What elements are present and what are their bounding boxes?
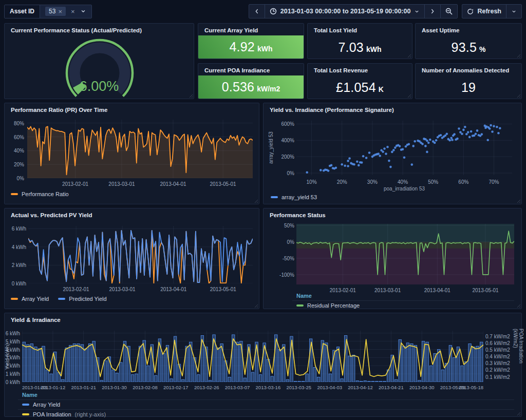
filter-chip[interactable]: 53 ×	[45, 7, 66, 16]
legend-item[interactable]: Array Yield	[11, 296, 49, 302]
axis-tick: -100%	[279, 272, 294, 277]
panel-performance-ratio: Performance Ratio (PR) Over Time 0%20%40…	[4, 103, 259, 204]
panel-anomalies-detected: Number of Anomalies Detected 19	[415, 63, 522, 99]
panel-title: Total Lost Revenue	[314, 67, 368, 73]
legend-item[interactable]: Performance Ratio	[11, 191, 69, 197]
axis-tick: 50%	[428, 179, 438, 185]
axis-tick: 70%	[489, 179, 499, 185]
filter-clear-icon[interactable]: ×	[71, 8, 75, 15]
axis-tick: 2013-01-21	[71, 385, 96, 390]
legend-item[interactable]: POA Irradiation (right y-axis)	[18, 409, 514, 419]
yi-legend: Name Array YieldPOA Irradiation (right y…	[18, 391, 514, 419]
pr-legend: Performance Ratio	[11, 191, 69, 197]
y-axis: 0%20%40%60%80%	[7, 120, 24, 178]
time-range-picker[interactable]: 2013-01-03 00:00:00 to 2013-05-19 00:00:…	[265, 4, 425, 18]
panel-title: Current Array Yield	[204, 27, 258, 33]
legend-item[interactable]: Array Yield	[18, 399, 514, 409]
stat-value: 7.03	[338, 40, 363, 55]
assetid-filter[interactable]: Asset ID 53 × ×	[4, 5, 92, 18]
panel-current-array-yield: Current Array Yield 4.92kWh	[198, 23, 304, 59]
avp-chart-plot[interactable]	[28, 226, 253, 283]
axis-tick: 200%	[281, 154, 294, 160]
stat-value: £1.054	[336, 80, 376, 95]
refresh-interval-caret[interactable]	[506, 4, 522, 18]
refresh-icon	[467, 8, 474, 15]
legend-header[interactable]: Name	[292, 292, 514, 300]
axis-tick: 0.5 kW/m2	[485, 347, 510, 352]
axis-tick: -50%	[283, 256, 294, 261]
chevron-left-icon	[254, 8, 260, 14]
x-axis: 2013-02-012013-03-012013-04-012013-05-01	[28, 285, 253, 292]
axis-tick: 2013-03-07	[225, 385, 250, 390]
axis-tick: 2013-02-17	[163, 385, 189, 390]
axis-tick: 3 kWh	[6, 355, 20, 360]
axis-tick: 0.3 kW/m2	[485, 360, 510, 366]
panel-title: Asset Uptime	[422, 27, 460, 33]
time-forward-button[interactable]	[424, 4, 441, 18]
stat-value: 0.536	[222, 80, 255, 94]
axis-tick: 2013-02-01	[63, 287, 89, 292]
axis-tick: 400%	[281, 138, 294, 143]
axis-tick: 0.2 kW/m2	[485, 367, 510, 373]
chevron-down-icon	[511, 9, 517, 14]
legend-item[interactable]: Predicted Yield	[58, 296, 106, 302]
panel-total-lost-revenue: Total Lost Revenue £1.054K	[307, 63, 412, 99]
axis-tick: 2013-04-03	[317, 385, 342, 390]
axis-tick: 6 kWh	[12, 226, 26, 232]
y-axis: 0 kWh2 kWh4 kWh6 kWh	[6, 226, 26, 283]
panel-title: Performance Ratio (PR) Over Time	[11, 107, 107, 113]
pr-chart-plot[interactable]	[27, 120, 253, 178]
axis-tick: 0%	[287, 239, 294, 245]
status-chart-plot[interactable]	[296, 224, 514, 284]
chip-remove-icon[interactable]: ×	[58, 8, 62, 15]
axis-tick: 0.4 kW/m2	[485, 354, 510, 359]
stat-unit: kW/m2	[257, 85, 280, 93]
legend-swatch	[11, 298, 18, 300]
axis-tick: 40%	[14, 148, 24, 154]
stat-value: 4.92	[229, 40, 254, 54]
stat-unit: K	[379, 85, 384, 93]
panel-total-lost-yield: Total Lost Yield 7.03kWh	[307, 23, 412, 59]
chevron-right-icon	[429, 8, 436, 14]
clock-icon	[270, 8, 277, 15]
axis-tick: 40%	[398, 179, 408, 185]
legend-header[interactable]: Name	[18, 391, 514, 399]
panel-title: Current POA Irradiance	[204, 67, 270, 73]
panel-title: Total Lost Yield	[314, 27, 357, 33]
panel-title: Number of Anomalies Detected	[422, 67, 509, 73]
axis-tick: 20%	[337, 179, 347, 185]
refresh-button[interactable]: Refresh	[462, 4, 506, 18]
axis-tick: 2013-03-16	[256, 385, 281, 390]
axis-tick: 0.1 kW/m2	[485, 374, 510, 379]
axis-tick: 0%	[17, 176, 24, 181]
gauge-value: 6.00%	[5, 79, 194, 94]
axis-tick: 2013-01-12	[41, 385, 66, 390]
scatter-chart-plot[interactable]	[296, 121, 512, 175]
axis-tick: 0 kWh	[12, 281, 26, 287]
axis-tick: 6 kWh	[6, 330, 20, 336]
x-axis: 10%20%30%40%50%60%70%	[296, 178, 512, 185]
axis-tick: 2013-01-30	[102, 385, 127, 390]
panel-asset-uptime: Asset Uptime 93.5%	[415, 23, 522, 59]
stat-unit: %	[479, 45, 485, 53]
legend-item[interactable]: Residual Percentage	[292, 300, 514, 310]
axis-tick: 10%	[307, 179, 317, 185]
scatter-legend: array_yield 53	[271, 194, 317, 200]
panel-title: Actual vs. Predicted PV Yield	[11, 212, 92, 218]
top-bar: Asset ID 53 × × 2013-01-03 00:00:00 to 2…	[4, 4, 522, 19]
legend-swatch	[22, 404, 29, 406]
panel-current-poa-irradiance: Current POA Irradiance 0.536kW/m2	[198, 63, 304, 99]
time-back-button[interactable]	[249, 4, 265, 18]
zoom-out-button[interactable]	[440, 4, 458, 18]
chevron-down-icon	[414, 9, 420, 14]
axis-tick: 2013-04-01	[160, 287, 186, 292]
legend-item[interactable]: array_yield 53	[271, 194, 317, 200]
y-axis: 0 kWh1 kWh2 kWh3 kWh4 kWh5 kWh6 kWh	[6, 331, 20, 382]
yi-chart-plot[interactable]	[22, 331, 483, 382]
stat-unit: kWh	[257, 45, 273, 53]
filter-caret-icon[interactable]	[80, 8, 86, 14]
axis-tick: 2 kWh	[6, 363, 20, 369]
panel-title: Current Performance Status (Actual/Predi…	[11, 27, 142, 33]
axis-tick: 0.6 kW/m2	[485, 340, 510, 346]
axis-tick: 2013-02-01	[62, 181, 88, 187]
